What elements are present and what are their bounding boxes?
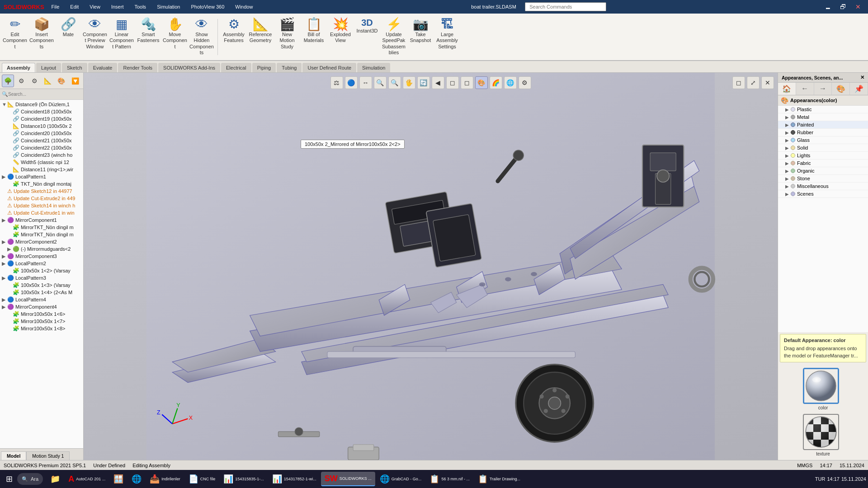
configuration-manager-tab[interactable]: ⚙ <box>28 75 41 87</box>
mate-button[interactable]: 🔗 Mate <box>55 16 81 52</box>
tab-electrical[interactable]: Electrical <box>221 63 251 72</box>
view-display-button[interactable]: 🎨 <box>475 76 488 89</box>
view-face-button[interactable]: ◻ <box>461 76 473 89</box>
tab-user-defined-route[interactable]: User Defined Route <box>302 63 356 72</box>
ap-item-scenes[interactable]: ▶ Scenes <box>778 190 868 198</box>
ap-item-painted[interactable]: ▶ Painted <box>778 121 868 129</box>
ap-item-lights[interactable]: ▶ Lights <box>778 152 868 160</box>
tree-item-coincident22[interactable]: 🔗 Coincident22 (100x50x <box>1 144 82 151</box>
tree-item-coincident19[interactable]: 🔗 Coincident19 (100x50x <box>1 115 82 122</box>
view-zoom-area-button[interactable]: 🔍 <box>388 76 401 89</box>
menu-edit[interactable]: Edit <box>66 3 82 10</box>
update-speedpak-button[interactable]: ⚡ Update SpeedPak Subassemblies <box>381 16 407 57</box>
bottom-tab-motion-study[interactable]: Motion Study 1 <box>26 451 70 460</box>
tree-item-mirror-tkt2[interactable]: 🧩 MirrorTKT_Nön dingil m <box>1 231 82 238</box>
ap-item-fabric[interactable]: ▶ Fabric <box>778 160 868 167</box>
tab-simulation[interactable]: Simulation <box>357 63 390 72</box>
tree-item-mirrorcomponent1[interactable]: ▶🟣 MirrorComponent1 <box>1 216 82 224</box>
view-zoom-button[interactable]: 🔍 <box>374 76 387 89</box>
property-manager-tab[interactable]: ⚙ <box>15 75 27 87</box>
rp-tab-paint[interactable]: 🎨 <box>832 83 850 95</box>
rp-tab-pin[interactable]: 📌 <box>850 83 868 95</box>
tab-solidworks-addins[interactable]: SOLIDWORKS Add-Ins <box>158 63 220 72</box>
tree-item-cutextrude1[interactable]: ⚠ Update Cut-Extrude1 in win <box>1 209 82 216</box>
tab-layout[interactable]: Layout <box>36 63 61 72</box>
tree-item-mirrormudguards[interactable]: ▶🟢 (-) Mirrormudguards<2 <box>1 245 82 253</box>
tree-item-mirror100x50-6[interactable]: 🧩 Mirror100x50x 1<6> <box>1 310 82 318</box>
rp-tab-back[interactable]: ← <box>796 83 814 95</box>
ap-item-organic[interactable]: ▶ Organic <box>778 167 868 175</box>
tree-item-mirrorcomponent3[interactable]: ▶🟣 MirrorComponent3 <box>1 253 82 260</box>
start-button[interactable]: ⊞ <box>2 472 16 486</box>
close-button[interactable]: ✕ <box>852 2 864 11</box>
tab-piping[interactable]: Piping <box>252 63 276 72</box>
tree-item-mirror100x50-8[interactable]: 🧩 Mirror100x50x 1<8> <box>1 325 82 332</box>
instant3d-button[interactable]: 3D Instant3D <box>354 16 380 52</box>
view-rotate-button[interactable]: 🔄 <box>417 76 430 89</box>
taskbar-app-winicon[interactable]: 🪟 <box>110 472 127 486</box>
tree-item-mirror100x50-7[interactable]: 🧩 Mirror100x50x 1<7> <box>1 318 82 325</box>
tree-item-localpattern3[interactable]: ▶🔵 LocalPattern3 <box>1 274 82 282</box>
menu-insert[interactable]: Insert <box>108 3 127 10</box>
taskbar-app-chrome[interactable]: 🌐 <box>128 472 145 486</box>
menu-file[interactable]: File <box>48 3 63 10</box>
linear-pattern-button[interactable]: ▦ Linear Component Pattern <box>108 16 135 52</box>
taskbar-app-indirilenler[interactable]: 📥 Indirilenler <box>146 472 184 486</box>
view-zoom-fit-button[interactable]: ↔ <box>359 76 372 89</box>
tab-evaluate[interactable]: Evaluate <box>88 63 118 72</box>
minimize-button[interactable]: 🗕 <box>821 2 835 11</box>
view-rend-mode-button[interactable]: 🌈 <box>490 76 502 89</box>
ap-item-glass[interactable]: ▶ Glass <box>778 136 868 144</box>
tree-item-distance10[interactable]: 📐 Distance10 (100x50x 2 <box>1 122 82 130</box>
exploded-view-button[interactable]: 💥 Exploded View <box>327 16 354 52</box>
tree-item-localpattern2[interactable]: ▶🔵 LocalPattern2 <box>1 260 82 267</box>
edit-component-button[interactable]: ✏ Edit Component <box>2 16 28 52</box>
taskbar-app-file1[interactable]: 📊 154315835-1-... <box>220 472 268 486</box>
tree-item-coincident23[interactable]: 🔗 Coincident23 (winch ho <box>1 151 82 159</box>
menu-tools[interactable]: Tools <box>131 3 150 10</box>
tab-assembly[interactable]: Assembly <box>2 63 35 72</box>
tree-item-localpattern4[interactable]: ▶🔵 LocalPattern4 <box>1 296 82 303</box>
large-assembly-button[interactable]: 🏗 Large Assembly Settings <box>434 16 460 52</box>
insert-components-button[interactable]: 📦 Insert Components <box>28 16 55 52</box>
tree-item-cutextrude2[interactable]: ⚠ Update Cut-Extrude2 in 449 <box>1 195 82 202</box>
new-motion-study-button[interactable]: 🎬 New Motion Study <box>274 16 300 52</box>
appearances-color-header[interactable]: 🎨 Appearances(color) <box>778 95 868 106</box>
menu-photoview[interactable]: PhotoView 360 <box>187 3 228 10</box>
smart-fasteners-button[interactable]: 🔩 Smart Fasteners <box>135 16 161 52</box>
texture-swatch-image[interactable] <box>803 414 839 450</box>
tree-item-100x50-1-4[interactable]: 🧩 100x50x 1<4> (2<As M <box>1 289 82 296</box>
ap-item-rubber[interactable]: ▶ Rubber <box>778 129 868 136</box>
ap-item-miscellaneous[interactable]: ▶ Miscellaneous <box>778 183 868 190</box>
taskbar-search[interactable]: 🔍 Ara <box>17 473 43 485</box>
show-hidden-button[interactable]: 👁 Show Hidden Components <box>189 16 215 57</box>
view-prev-button[interactable]: ◀ <box>432 76 444 89</box>
taskbar-app-trailer[interactable]: 📋 Trailer Drawing... <box>474 472 524 486</box>
tree-item-tkt[interactable]: 🧩 TKT_Nön dingil montaj <box>1 180 82 188</box>
tree-item-updatesketch12[interactable]: ⚠ Update Sketch12 in 44977 <box>1 188 82 195</box>
view-orient-button[interactable]: ⚖ <box>330 76 343 89</box>
taskbar-app-tolerance[interactable]: 📋 56 3 mm.nif - ... <box>426 472 473 486</box>
tree-item-100x50-1-2[interactable]: 🧩 100x50x 1<2> (Varsay <box>1 267 82 274</box>
taskbar-app-grabcad[interactable]: 🌐 GrabCAD - Go... <box>376 472 425 486</box>
tree-item-distance9[interactable]: ▼📐 Distance9 (Ön Düzlem,1 <box>1 101 82 108</box>
menu-window[interactable]: Window <box>231 3 256 10</box>
bill-of-materials-button[interactable]: 📋 Bill of Materials <box>301 16 327 52</box>
assembly-features-button[interactable]: ⚙ Assembly Features <box>221 16 247 52</box>
view-pan-button[interactable]: 🖐 <box>403 76 415 89</box>
color-swatch-image[interactable] <box>803 368 839 404</box>
dim-xpert-tab[interactable]: 📐 <box>42 75 54 87</box>
tree-item-sketch14[interactable]: ⚠ Update Sketch14 in winch h <box>1 202 82 209</box>
ap-item-stone[interactable]: ▶ Stone <box>778 175 868 183</box>
rp-tab-home[interactable]: 🏠 <box>778 83 796 95</box>
view-3d-button[interactable]: 🔵 <box>345 76 358 89</box>
rp-tab-forward[interactable]: → <box>814 83 832 95</box>
tree-item-localpattern1[interactable]: ▶🔵 LocalPattern1 <box>1 173 82 180</box>
tree-item-mirrorcomponent4[interactable]: ▶🟣 MirrorComponent4 <box>1 303 82 310</box>
tree-item-coincident18[interactable]: 🔗 Coincident18 (100x50x <box>1 108 82 115</box>
search-commands-input[interactable] <box>525 2 606 11</box>
tree-item-mirror-tkt1[interactable]: 🧩 MirrorTKT_Nön dingil m <box>1 224 82 231</box>
tree-item-distance11[interactable]: 📐 Distance11 (ring<1>,wir <box>1 166 82 173</box>
taskbar-app-autocad[interactable]: A AutoCAD 201 ... <box>65 472 109 486</box>
right-panel-close[interactable]: ✕ <box>860 75 864 80</box>
